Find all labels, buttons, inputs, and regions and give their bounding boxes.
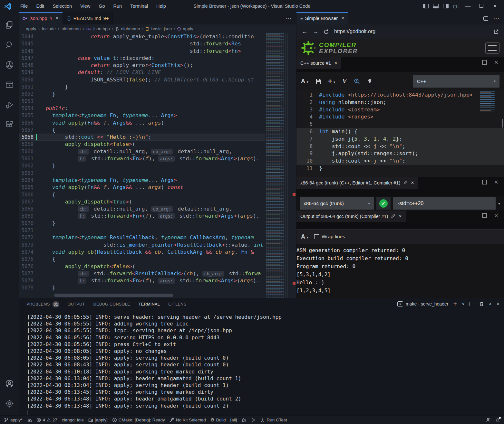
ce-compiler-select[interactable]: x86-64 gcc (trunk) ▾ <box>300 197 374 210</box>
ce-scrollbar[interactable] <box>502 119 503 127</box>
ce-compiler-args-input[interactable]: -std=c++20 <box>393 197 496 210</box>
ce-add-button[interactable]: + ▾ <box>328 77 335 85</box>
ce-source-tab[interactable]: C++ source #1 × <box>296 57 341 69</box>
menu-item-selection[interactable]: Selection <box>48 4 76 9</box>
build-item[interactable]: ⚙ Build <box>210 417 226 422</box>
breadcrumb-item[interactable]: include <box>42 26 56 31</box>
ce-zoom-icon[interactable] <box>354 78 360 84</box>
ce-args-dropdown-icon[interactable]: ▾ <box>498 201 501 206</box>
split-terminal-icon[interactable] <box>470 302 474 306</box>
breadcrumb-item[interactable]: nlohmann <box>62 26 81 31</box>
editor-more-actions-icon[interactable]: ··· <box>286 12 296 24</box>
ce-maximize-icon[interactable] <box>482 60 487 65</box>
breadcrumb-item[interactable]: apply <box>183 26 193 31</box>
settings-gear-icon[interactable] <box>0 393 19 413</box>
ce-tab-close-icon[interactable]: × <box>411 180 414 186</box>
breadcrumb-item[interactable]: basic_json <box>151 26 172 31</box>
menu-item-edit[interactable]: Edit <box>32 4 48 9</box>
toggle-secondary-sidebar-icon[interactable] <box>443 4 449 8</box>
new-terminal-icon[interactable]: + <box>453 300 457 308</box>
problems-item[interactable]: 4 ⚠ 27 <box>36 417 57 422</box>
ce-language-select[interactable]: C++ ▾ <box>413 75 499 88</box>
code-editor[interactable]: 5044 return apply_make_tuple<ConstThis>(… <box>19 33 296 298</box>
toggle-panel-icon[interactable] <box>433 4 439 8</box>
debug-bug-item[interactable] <box>241 418 246 422</box>
tab-readme-md[interactable]: i README.md 9+ <box>63 12 113 24</box>
launch-item[interactable] <box>251 418 256 422</box>
tab-simple-browser[interactable]: ≡ Simple Browser × <box>296 12 348 24</box>
split-editor-icon[interactable] <box>483 16 488 21</box>
close-button[interactable]: × <box>490 3 499 9</box>
notifications-bell-icon[interactable] <box>495 418 500 422</box>
reload-icon[interactable] <box>324 29 329 34</box>
run-debug-icon[interactable] <box>0 95 19 115</box>
tab-gitlens[interactable]: GITLENS <box>168 299 186 309</box>
minimize-button[interactable]: — <box>463 3 472 9</box>
cmake-project-item[interactable]: [apply] <box>88 418 108 422</box>
terminal-dropdown-icon[interactable]: ∨ <box>462 302 465 306</box>
ce-close-icon[interactable]: × <box>494 60 498 65</box>
menu-item-go[interactable]: Go <box>94 4 109 9</box>
ce-close-icon[interactable]: × <box>494 213 498 218</box>
ce-save-icon[interactable] <box>315 79 321 84</box>
breadcrumb-item[interactable]: apply <box>26 26 36 31</box>
back-icon[interactable]: ← <box>302 28 307 35</box>
clangd-status-item[interactable]: clangd: idle <box>62 418 84 422</box>
build-target-item[interactable]: [all] <box>230 418 237 422</box>
customize-layout-icon[interactable]: ▢: <box>453 4 459 9</box>
ce-menu-icon[interactable] <box>485 42 499 54</box>
explorer-icon[interactable] <box>0 15 19 35</box>
kit-item[interactable]: No Kit Selected <box>170 418 206 422</box>
terminal-instance[interactable]: > make - serve_header <box>397 301 448 306</box>
open-external-icon[interactable] <box>493 29 499 34</box>
tab-terminal[interactable]: TERMINAL <box>139 299 160 309</box>
menu-item-view[interactable]: View <box>76 4 94 9</box>
cmake-panel-icon[interactable] <box>0 75 19 95</box>
maximize-button[interactable] <box>477 3 486 9</box>
ce-font-button[interactable]: A ▾ <box>301 233 308 240</box>
git-branch-item[interactable]: apply* <box>4 418 23 422</box>
breadcrumb-item[interactable]: json.hpp <box>93 26 110 31</box>
ce-font-button[interactable]: A ▾ <box>301 78 308 85</box>
toggle-sidebar-icon[interactable] <box>423 4 429 8</box>
menu-item-help[interactable]: Help <box>152 4 170 9</box>
ce-output-tab[interactable]: Output of x86-64 gcc (trunk) (Compiler #… <box>296 211 406 222</box>
url-field[interactable]: https://godbolt.org <box>334 29 488 34</box>
account-icon[interactable] <box>0 373 19 393</box>
ce-source-editor[interactable]: 1#include <https://localhost:8443/apply/… <box>296 90 504 177</box>
tab-json-hpp[interactable]: C+ json.hpp 4 × <box>19 12 63 24</box>
minimap[interactable] <box>266 33 292 298</box>
forward-icon[interactable]: → <box>313 28 318 35</box>
menu-item-file[interactable]: File <box>16 4 32 9</box>
extensions-icon[interactable] <box>0 115 19 135</box>
sync-changes-item[interactable] <box>27 418 32 422</box>
cmake-status-item[interactable]: CMake: [Debug]: Ready <box>112 418 165 422</box>
tab-debug-console[interactable]: DEBUG CONSOLE <box>93 299 130 309</box>
ce-rename-icon[interactable] <box>403 180 408 185</box>
ce-vim-icon[interactable]: V <box>342 78 346 85</box>
tab-problems[interactable]: PROBLEMS 31 <box>26 298 59 310</box>
feedback-item[interactable] <box>486 418 491 422</box>
maximize-panel-icon[interactable]: ∧ <box>489 302 492 306</box>
ce-maximize-icon[interactable] <box>482 180 487 184</box>
horizontal-scrollbar[interactable] <box>54 294 173 297</box>
search-icon[interactable] <box>0 35 19 55</box>
tab-close-icon[interactable]: × <box>55 15 58 21</box>
menu-item-run[interactable]: Run <box>109 4 126 9</box>
terminal-output[interactable]: [2022-04-30 06:05:55] INFO: serve_header… <box>19 310 504 409</box>
ce-maximize-icon[interactable] <box>482 213 487 218</box>
ctest-item[interactable]: Run CTest <box>260 418 287 422</box>
menu-item-terminal[interactable]: Terminal <box>126 4 152 9</box>
ce-tab-close-icon[interactable]: × <box>399 213 402 219</box>
ce-pin-icon[interactable] <box>367 79 373 84</box>
tab-close-icon[interactable]: × <box>341 15 344 21</box>
wrap-lines-checkbox[interactable]: Wrap lines <box>314 234 345 240</box>
source-control-icon[interactable] <box>0 55 19 75</box>
breadcrumb-item[interactable]: nlohmann <box>121 26 140 31</box>
ce-rename-icon[interactable] <box>391 214 395 219</box>
kill-terminal-icon[interactable] <box>479 301 484 306</box>
ce-compiler-tab[interactable]: x86-64 gcc (trunk) (C++, Editor #1, Comp… <box>296 177 418 189</box>
browser-more-actions-icon[interactable]: ··· <box>493 15 499 21</box>
ce-tab-close-icon[interactable]: × <box>334 60 337 66</box>
ce-close-icon[interactable]: × <box>494 180 498 184</box>
